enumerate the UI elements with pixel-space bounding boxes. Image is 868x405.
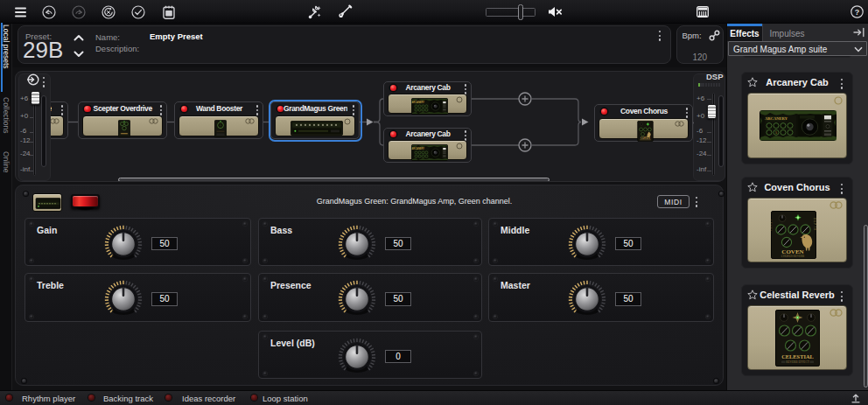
pedal-power-led[interactable] [277,106,284,113]
input-jack-icon[interactable] [27,73,39,86]
chain-pedal-e[interactable]: e [51,101,68,139]
knob-level-db-[interactable] [336,336,378,378]
volume-slider-handle[interactable] [518,4,524,20]
bottom-item-rhythm-player[interactable]: Rhythm player [22,394,75,403]
editor-menu-icon[interactable] [696,196,697,208]
knob-value[interactable]: 50 [151,292,178,306]
knob-presence[interactable] [336,278,378,320]
screw-icon [706,222,710,226]
sidebar-item-local-presets[interactable]: Local presets [2,24,10,79]
pedal-menu-icon[interactable] [160,104,162,116]
bottom-item-backing-track[interactable]: Backing track [103,394,153,403]
knob-value[interactable]: 50 [385,292,411,306]
pedal-artwork[interactable] [178,115,259,136]
power-led-loop-station[interactable] [251,395,257,401]
knob-master[interactable] [566,278,608,320]
pedal-power-led[interactable] [390,85,397,92]
chain-pedal-grandmagus-green[interactable]: GrandMagus Green [270,101,360,139]
effect-card-coven-chorus[interactable]: Coven Chorus LEVEL DEPTH COVEN CHORUS RE… [741,177,853,269]
bottom-item-loop-station[interactable]: Loop station [262,394,308,403]
tab-effects[interactable]: Effects [727,24,763,41]
pedal-power-led[interactable] [601,108,608,115]
effect-card-celestial-reverb[interactable]: Celestial Reverb CELESTIAL REVERB EFFECT [741,284,853,376]
knob-bass[interactable] [336,223,378,265]
sidebar-item-collections[interactable]: Collections [2,97,10,140]
effect-card-menu-icon[interactable] [841,78,843,90]
confirm-icon[interactable] [131,0,145,24]
pedal-name: Coven Chorus [607,107,681,115]
menu-icon[interactable] [13,0,28,24]
midi-button[interactable]: MIDI [657,195,690,208]
knob-treble[interactable] [102,278,144,320]
effect-card-menu-icon[interactable] [841,183,843,195]
effect-card-art[interactable]: LEVEL DEPTH COVEN CHORUS REVERB [747,198,847,262]
guitar-icon[interactable] [335,0,353,24]
power-led-rhythm-player[interactable] [6,395,12,401]
collapse-panel-icon[interactable] [853,27,865,38]
input-menu-icon[interactable] [43,76,45,88]
pedal-artwork[interactable]: COVEN [598,118,689,139]
help-icon[interactable]: ? [850,0,864,24]
pedal-artwork[interactable]: ARCANERY [388,94,467,114]
knob-gain[interactable] [102,223,144,265]
tuner-icon[interactable] [307,0,323,24]
power-led-ideas-recorder[interactable] [165,395,172,401]
pedal-artwork[interactable] [275,115,355,136]
pedal-power-led[interactable] [181,106,188,113]
notes-icon[interactable] [162,0,175,24]
effect-card-art[interactable]: ARCANERY 5 [747,93,847,158]
undo-icon[interactable] [42,0,56,24]
redo-icon[interactable] [72,0,86,24]
chain-pedal-wand-booster[interactable]: Wand Booster [174,101,263,139]
chain-pedal-arcanery-cab[interactable]: Arcanery Cab ARCANERY [383,128,472,163]
effect-card-menu-icon[interactable] [841,290,843,303]
effect-card-arcanery-cab[interactable]: Arcanery Cab ARCANERY 5 [741,72,853,164]
output-fader-handle[interactable] [707,104,717,119]
input-fader-handle[interactable] [31,91,40,106]
pedal-artwork[interactable] [82,115,164,136]
knob-middle[interactable] [566,223,608,265]
preset-name-value[interactable]: Empty Preset [150,31,203,41]
expand-tray-icon[interactable] [850,393,861,403]
knob-value[interactable]: 0 [385,350,411,364]
tab-impulses[interactable]: Impulses [764,24,810,41]
pedal-artwork[interactable]: ARCANERY [388,140,467,160]
screw-icon [706,277,710,281]
effect-thumbnail[interactable] [32,193,62,212]
bottom-item-ideas-recorder[interactable]: Ideas recorder [182,394,235,403]
chain-pedal-scepter-overdrive[interactable]: Scepter Overdrive [78,101,168,139]
knob-value[interactable]: 50 [385,237,411,251]
power-led-backing-track[interactable] [88,395,94,401]
pedal-menu-icon[interactable] [353,104,354,116]
pedal-menu-icon[interactable] [256,104,258,116]
preset-down-icon[interactable] [74,51,84,58]
bpm-link-icon[interactable] [709,30,720,41]
bpm-value[interactable]: 120 [677,52,724,62]
pedal-power-led[interactable] [84,106,91,113]
list-vscrollbar[interactable] [864,225,868,388]
knob-value[interactable]: 50 [615,237,641,251]
sidebar-item-online[interactable]: Online [2,151,10,181]
chain-viewport: e Scepter Overdrive Wand Booster GrandMa… [51,73,694,181]
preset-up-icon[interactable] [74,34,84,41]
effect-card-partial[interactable] [741,56,853,59]
knob-value[interactable]: 50 [615,292,641,306]
pedal-name: Scepter Overdrive [91,104,156,113]
revert-icon[interactable] [102,0,116,24]
volume-slider[interactable] [486,8,536,17]
pedal-artwork[interactable] [51,115,64,136]
preset-menu-icon[interactable] [659,30,661,42]
chain-hscrollbar[interactable] [118,178,550,181]
pedal-menu-icon[interactable] [686,107,688,119]
screw-icon [30,222,33,226]
keyboard-icon[interactable] [696,0,709,24]
screw-icon [243,222,247,226]
chain-pedal-coven-chorus[interactable]: Coven Chorus COVEN [594,104,693,142]
mute-icon[interactable] [548,0,563,24]
knob-value[interactable]: 50 [151,237,178,251]
chain-pedal-arcanery-cab[interactable]: Arcanery Cab ARCANERY [383,81,472,116]
pedal-power-led[interactable] [390,131,397,138]
effect-card-art[interactable]: CELESTIAL REVERB EFFECT [747,305,847,370]
pedal-menu-icon[interactable] [61,104,63,116]
suite-dropdown[interactable]: Grand Magus Amp suite [728,41,867,56]
